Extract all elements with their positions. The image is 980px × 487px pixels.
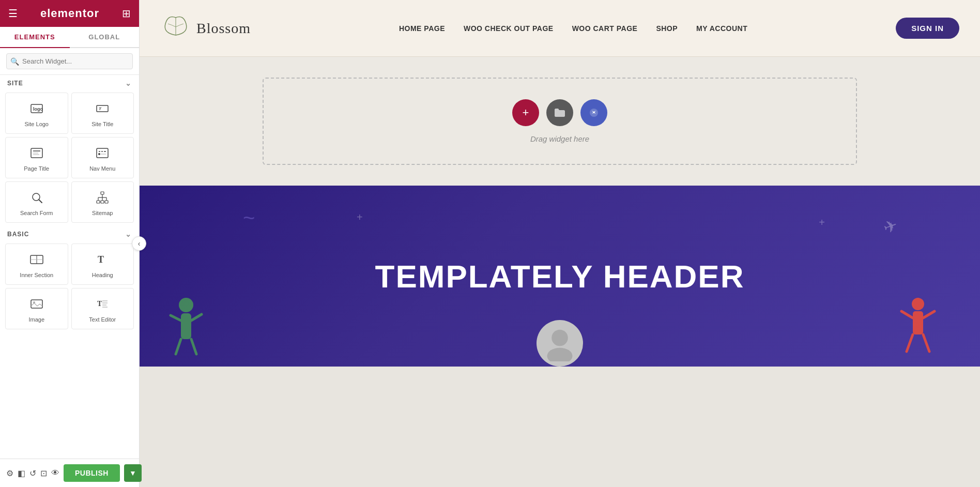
widget-text-editor[interactable]: T Text Editor [71,288,134,329]
svg-line-41 [176,339,181,354]
svg-rect-16 [101,192,104,194]
site-menu: HOME PAGE WOO CHECK OUT PAGE WOO CART PA… [399,24,747,33]
drop-zone-area: + Drag widget he [140,57,980,186]
search-input[interactable] [6,53,133,69]
inner-section-icon [29,252,44,269]
sidebar-tabs: ELEMENTS GLOBAL [0,27,139,48]
plus-deco-1: + [357,211,363,223]
search-bar-container: 🔍 [0,48,139,75]
page-title-icon [29,146,44,162]
svg-text:logo: logo [33,106,43,112]
svg-line-40 [191,314,202,321]
nav-my-account[interactable]: MY ACCOUNT [696,24,747,33]
site-title-label: Site Title [91,121,113,127]
svg-line-39 [171,315,181,321]
site-chevron-icon: ⌄ [125,79,132,87]
image-icon [29,297,44,313]
tab-global[interactable]: GLOBAL [70,27,140,47]
svg-rect-46 [913,311,923,334]
preview-icon[interactable]: 👁 [51,465,59,481]
tab-elements[interactable]: ELEMENTS [0,27,70,48]
widget-site-logo[interactable]: logo Site Logo [5,93,68,134]
grid-icon[interactable]: ⊞ [122,7,131,20]
widget-page-title[interactable]: Page Title [5,137,68,178]
nav-home[interactable]: HOME PAGE [399,24,445,33]
promo-swirl-deco: ~ [243,206,255,230]
layers-icon[interactable]: ◧ [18,465,25,481]
page-title-label: Page Title [24,165,49,172]
publish-arrow-button[interactable]: ▼ [124,464,142,482]
drop-zone-icons: + [512,99,607,126]
promo-title: TEMPLATELY HEADER [375,258,745,295]
history-icon[interactable]: ↺ [29,465,36,481]
inner-section-label: Inner Section [20,272,53,278]
site-section-header[interactable]: SITE ⌄ [0,75,139,89]
site-title-icon: T [95,101,110,118]
paper-plane-icon: ✈ [880,215,900,238]
widget-image[interactable]: Image [5,288,68,329]
svg-rect-17 [97,201,100,203]
publish-button[interactable]: PUBLISH [64,464,120,482]
settings-icon[interactable]: ⚙ [6,465,13,481]
widget-heading[interactable]: T Heading [71,244,134,285]
nav-woo-checkout[interactable]: WOO CHECK OUT PAGE [464,24,554,33]
svg-line-42 [191,339,196,354]
site-navigation: Blossom HOME PAGE WOO CHECK OUT PAGE WOO… [140,0,980,57]
sidebar-header: ☰ elementor ⊞ [0,0,139,27]
svg-point-12 [98,153,100,155]
nav-menu-icon [95,146,110,162]
menu-icon[interactable]: ☰ [8,7,18,20]
svg-point-44 [547,348,573,361]
site-logo-label: Site Logo [25,121,49,127]
widget-sitemap[interactable]: Sitemap [71,181,134,223]
sitemap-label: Sitemap [92,210,113,216]
nav-woo-cart[interactable]: WOO CART PAGE [572,24,638,33]
svg-text:T: T [97,300,102,308]
widget-nav-menu[interactable]: Nav Menu [71,137,134,178]
elementor-logo: elementor [40,7,99,20]
text-editor-icon: T [95,297,110,313]
text-editor-label: Text Editor [89,316,116,323]
widget-inner-section[interactable]: Inner Section [5,244,68,285]
responsive-icon[interactable]: ⊡ [40,465,47,481]
nav-shop[interactable]: SHOP [656,24,678,33]
svg-rect-18 [101,201,104,203]
svg-rect-19 [105,201,108,203]
svg-line-15 [39,200,42,203]
sign-in-button[interactable]: SIGN IN [896,18,959,39]
folder-button[interactable] [546,99,573,126]
basic-section-header[interactable]: BASIC ⌄ [0,226,139,240]
svg-point-43 [552,330,568,346]
svg-line-48 [923,311,935,318]
preview-area: Blossom HOME PAGE WOO CHECK OUT PAGE WOO… [140,0,980,487]
promo-figure-left [165,295,207,367]
search-form-label: Search Form [20,210,53,216]
main-content: Blossom HOME PAGE WOO CHECK OUT PAGE WOO… [140,0,980,487]
add-element-button[interactable]: + [512,99,539,126]
svg-rect-38 [181,313,191,339]
site-logo-area: Blossom [160,13,251,43]
promo-figure-right [897,295,939,367]
svg-line-50 [923,334,929,352]
svg-point-37 [179,298,193,312]
svg-line-49 [907,334,913,352]
site-logo-icon: logo [29,101,44,118]
widget-search-form[interactable]: Search Form [5,181,68,223]
sidebar-collapse-button[interactable]: ‹ [132,236,146,251]
sidebar: ☰ elementor ⊞ ELEMENTS GLOBAL 🔍 SITE ⌄ [0,0,140,487]
drop-zone[interactable]: + Drag widget he [263,78,857,165]
promo-avatar [537,320,583,367]
template-button[interactable] [580,99,607,126]
svg-line-47 [901,311,913,318]
basic-section-label: BASIC [7,231,29,238]
image-label: Image [28,316,44,323]
sidebar-bottom-toolbar: ⚙ ◧ ↺ ⊡ 👁 PUBLISH ▼ [0,459,139,487]
site-section-label: SITE [7,80,23,87]
sitemap-icon [95,190,110,207]
heading-label: Heading [92,272,113,278]
widget-site-title[interactable]: T Site Title [71,93,134,134]
promo-section: ~ ✈ + + TEMPLATELY HEADER [140,186,980,367]
svg-point-45 [912,298,924,310]
search-form-icon [29,190,44,207]
heading-icon: T [95,252,110,269]
